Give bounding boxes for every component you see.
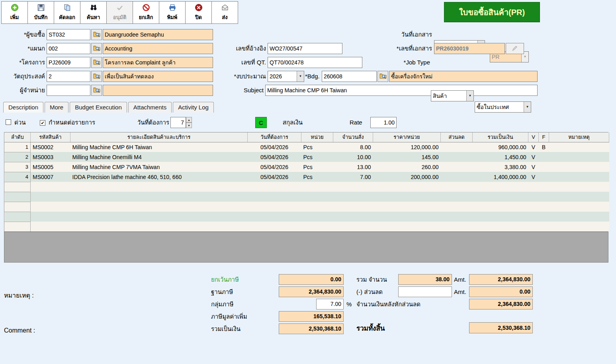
table-row[interactable]: 3 MS0005 Milling Machine CMP 7VMA Taiwan… bbox=[5, 162, 609, 172]
subject-label: Subject bbox=[215, 85, 264, 96]
empty-row[interactable] bbox=[5, 202, 609, 212]
vat-label: ภาษีมูลค่าเพิ่ม bbox=[211, 311, 247, 322]
folder-search-icon bbox=[93, 72, 100, 81]
vendor-label: ผู้จำหน่าย bbox=[0, 85, 45, 96]
requester-name-field: Duangruodee Semaphu bbox=[103, 29, 213, 40]
send-button[interactable]: ส่ง bbox=[211, 1, 238, 24]
need-days-spinner[interactable]: ▲▼ bbox=[186, 117, 192, 128]
tax-group-label: กลุ่มภาษี bbox=[211, 299, 233, 309]
spin-up-icon[interactable]: ▲ bbox=[186, 117, 192, 123]
urgent-checkbox[interactable] bbox=[6, 119, 11, 126]
folder-search-icon bbox=[93, 31, 100, 39]
total-qty-amt-value: 2,364,830.00 bbox=[469, 274, 533, 285]
toolbar: เพิ่ม บันทึก คัดลอก ค้นหา อนุมัติ ยกเลิก bbox=[1, 1, 238, 24]
empty-row[interactable] bbox=[5, 212, 609, 222]
after-discount-label: จำนวนเงินหลังหักส่วนลด bbox=[356, 299, 420, 309]
add-button[interactable]: เพิ่ม bbox=[1, 1, 28, 24]
chevron-down-icon[interactable]: ▼ bbox=[466, 91, 473, 101]
purpose-name-field: เพื่อเป็นสินค้าทดลอง bbox=[103, 71, 213, 82]
purpose-lookup-button[interactable] bbox=[91, 71, 102, 82]
pencil-icon bbox=[511, 45, 518, 53]
cancel-button[interactable]: ยกเลิก bbox=[133, 1, 159, 24]
chevron-down-icon[interactable]: ▼ bbox=[524, 102, 531, 112]
requester-lookup-button[interactable] bbox=[91, 29, 102, 40]
requester-code-input[interactable]: ST032 bbox=[47, 29, 90, 40]
total-amount-label: รวมเป็นเงิน bbox=[211, 323, 241, 334]
department-label: *แผนก bbox=[0, 43, 45, 54]
subject-input[interactable]: Milling Machine CMP 6H Taiwan bbox=[265, 85, 538, 96]
qt-number-input[interactable]: QT70/002478 bbox=[268, 57, 362, 68]
rate-input[interactable]: 1.00 bbox=[370, 117, 397, 128]
tax-base-value: 2,364,830.00 bbox=[279, 286, 344, 297]
col-header-v: V bbox=[528, 132, 539, 142]
folder-search-icon bbox=[93, 86, 100, 95]
table-row[interactable]: 1 MS0002 Milling Machine CMP 6H Taiwan 0… bbox=[5, 142, 609, 152]
cancel-icon bbox=[142, 4, 150, 12]
tax-rate-input[interactable]: 7.00 bbox=[316, 299, 344, 309]
total-qty-amt-label: Amt. bbox=[454, 274, 466, 285]
approve-icon bbox=[116, 4, 124, 12]
table-footer-area bbox=[4, 232, 608, 263]
department-name-field: Accounting bbox=[103, 43, 213, 54]
remark-label: หมายเหตุ : bbox=[4, 290, 34, 300]
col-header-unit: หน่วย bbox=[301, 132, 333, 142]
bdg-label: *Bdg. bbox=[305, 71, 321, 82]
bdg-lookup-button[interactable] bbox=[377, 71, 388, 82]
vendor-lookup-button[interactable] bbox=[91, 85, 102, 96]
tax-base-label: ฐานภาษี bbox=[211, 286, 233, 297]
vendor-code-input[interactable] bbox=[47, 85, 90, 96]
col-header-f: F bbox=[539, 132, 549, 142]
bdg-name-field: ซื้อเครื่องจักรใหม่ bbox=[389, 71, 538, 82]
empty-row[interactable] bbox=[5, 182, 609, 192]
tab-activity-log[interactable]: Activity Log bbox=[173, 102, 214, 113]
bdg-code-input[interactable]: 260608 bbox=[322, 71, 377, 82]
col-header-amount: รวมเป็นเงิน bbox=[473, 132, 528, 142]
search-icon bbox=[90, 4, 98, 12]
need-days-input[interactable]: 7 bbox=[170, 117, 186, 128]
folder-search-icon bbox=[93, 58, 100, 67]
vat-value: 165,538.10 bbox=[279, 311, 344, 322]
print-button[interactable]: พิมพ์ bbox=[159, 1, 186, 24]
percent-sign: % bbox=[346, 299, 352, 309]
table-row[interactable]: 2 MS0003 Milling Machine Onemilli M4 05/… bbox=[5, 152, 609, 162]
empty-row[interactable] bbox=[5, 222, 609, 232]
tab-budget-execution[interactable]: Budget Execution bbox=[70, 102, 127, 113]
empty-row[interactable] bbox=[5, 192, 609, 202]
table-row[interactable]: 4 MS0007 IDDA Precision lathe machine 46… bbox=[5, 172, 609, 182]
reference-input[interactable]: WO27/00547 bbox=[268, 43, 342, 54]
search-button[interactable]: ค้นหา bbox=[80, 1, 107, 24]
spin-down-icon[interactable]: ▼ bbox=[186, 123, 192, 128]
project-name-field: โครงการลด Complaint ลูกค้า bbox=[103, 57, 213, 68]
discount-input[interactable] bbox=[398, 286, 452, 297]
tab-description[interactable]: Description bbox=[3, 102, 43, 113]
chevron-down-icon[interactable]: ▼ bbox=[297, 71, 304, 82]
col-header-date: วันที่ต้องการ bbox=[248, 132, 301, 142]
job-type-select-1[interactable]: สินค้า▼ bbox=[431, 90, 474, 101]
project-lookup-button[interactable] bbox=[91, 57, 102, 68]
add-icon bbox=[11, 4, 19, 12]
project-code-input[interactable]: PJ26009 bbox=[47, 57, 90, 68]
grand-total-value: 2,530,368.10 bbox=[469, 322, 533, 333]
job-type-select-2[interactable]: ซื้อในประเทศ▼ bbox=[475, 101, 531, 113]
need-date-label: วันที่ต้องการ bbox=[123, 117, 169, 128]
approve-button[interactable]: อนุมัติ bbox=[106, 1, 133, 24]
per-line-checkbox[interactable]: ✔ bbox=[40, 119, 45, 126]
tab-more[interactable]: More bbox=[45, 102, 68, 113]
budget-year-select[interactable]: 2026▼ bbox=[268, 71, 304, 82]
send-icon bbox=[221, 4, 229, 12]
col-header-remark: หมายเหตุ bbox=[549, 132, 609, 142]
doc-number-generate-button[interactable] bbox=[506, 43, 524, 54]
budget-year-label: *งบประมาณ bbox=[215, 71, 266, 82]
department-code-input[interactable]: 002 bbox=[47, 43, 90, 54]
currency-label: สกุลเงิน bbox=[274, 117, 303, 128]
tab-attachments[interactable]: Attachments bbox=[128, 102, 172, 113]
calendar-apply-button[interactable]: C bbox=[255, 117, 267, 128]
purpose-code-input[interactable]: 2 bbox=[47, 71, 90, 82]
close-button[interactable]: ปิด bbox=[185, 1, 212, 24]
reference-label: เลขที่อ้างอิง bbox=[215, 43, 266, 54]
department-lookup-button[interactable] bbox=[91, 43, 102, 54]
save-button[interactable]: บันทึก bbox=[27, 1, 54, 24]
copy-button[interactable]: คัดลอก bbox=[54, 1, 80, 24]
folder-search-icon bbox=[93, 45, 100, 53]
project-label: *โครงการ bbox=[0, 57, 45, 68]
